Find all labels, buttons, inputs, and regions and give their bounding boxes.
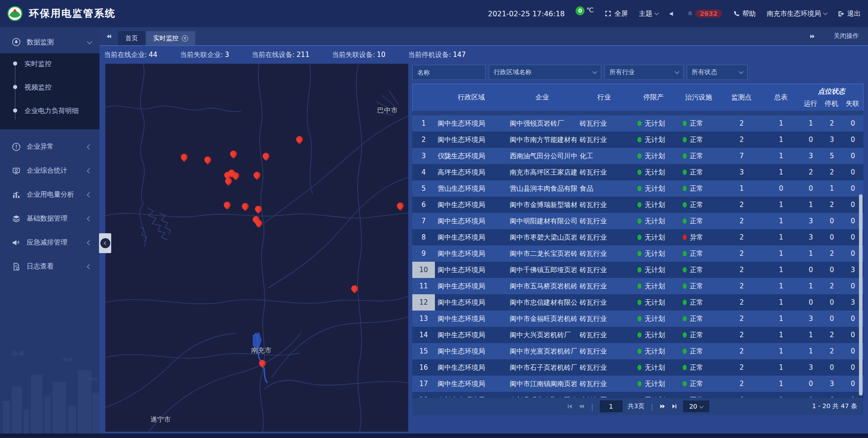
sidebar-item-basic-data[interactable]: 基础数据管理 <box>0 207 99 231</box>
table-row[interactable]: 2 阆中生态环境局 阆中市南方节能建材有 砖瓦行业 无计划 正常 2 1 0 3… <box>412 132 863 148</box>
table-row[interactable]: 3 仪陇生态环境局 西南油气田分公司川中 化工 无计划 正常 7 1 3 5 0 <box>412 148 863 164</box>
tab-home[interactable]: 首页 <box>118 31 145 45</box>
table-scrollbar[interactable] <box>859 194 863 396</box>
sidebar-item-electricity-analysis[interactable]: 企业用电量分析 <box>0 183 99 207</box>
sidebar-submenu-label: 视频监控 <box>24 83 52 92</box>
cell-meter: 1 <box>762 132 800 148</box>
chevron-down-icon <box>823 10 828 15</box>
row-index: 16 <box>412 359 435 376</box>
chevron-down-icon <box>675 69 679 74</box>
cell-facility: 正常 <box>690 347 703 356</box>
page-number-input[interactable] <box>600 400 623 412</box>
cell-facility: 正常 <box>690 266 703 274</box>
tabs-scroll-left-button[interactable] <box>99 27 118 45</box>
cell-run: 0 <box>800 180 821 197</box>
table-row[interactable]: 16 阆中生态环境局 阆中市石子页岩机砖厂 砖瓦行业 无计划 正常 2 1 3 … <box>412 359 863 376</box>
cell-monitor: 7 <box>722 148 762 164</box>
name-filter-input[interactable] <box>412 65 486 80</box>
sidebar-item-enterprise-abnormal[interactable]: 企业异常 <box>0 135 99 159</box>
logout-button[interactable]: 退出 <box>838 9 861 18</box>
org-dropdown[interactable]: 南充市生态环境局 <box>767 9 827 18</box>
sidebar-item-emergency-reduction[interactable]: 应急减排管理 <box>0 231 99 254</box>
close-operations-button[interactable]: 关闭操作 <box>834 32 859 40</box>
table-row[interactable]: 1 阆中生态环境局 阆中强锐页岩砖厂 砖瓦行业 无计划 正常 2 1 1 2 0 <box>412 115 863 132</box>
table-row[interactable]: 7 阆中生态环境局 阆中明阳建材有限公司 砖瓦行业 无计划 正常 2 1 3 0… <box>412 213 863 229</box>
cell-plan: 无计划 <box>645 266 665 274</box>
tabs-scroll-right-button[interactable] <box>803 27 822 45</box>
city-label: 南充市 <box>251 346 272 355</box>
last-page-button[interactable] <box>671 403 678 410</box>
first-page-button[interactable] <box>566 403 573 410</box>
cell-company: 阆中强锐页岩砖厂 <box>507 115 577 132</box>
cell-run: 3 <box>800 213 821 229</box>
map-panel-collapse-button[interactable] <box>99 233 111 253</box>
sidebar-item-log-view[interactable]: 日志查看 <box>0 254 99 278</box>
filter-bar: 行政区域名称 所有行业 所有状态 <box>412 65 748 80</box>
column-header-run: 运行 <box>800 99 821 108</box>
table-row[interactable]: 8 阆中生态环境局 阆中市枣碧大梁山页岩 砖瓦行业 无计划 异常 2 1 3 0… <box>412 229 863 245</box>
cell-industry: 砖瓦行业 <box>577 278 631 294</box>
facility-status-dot <box>683 202 687 207</box>
chevron-left-icon <box>87 240 92 245</box>
mute-button[interactable] <box>669 10 676 17</box>
megaphone-icon <box>12 238 21 247</box>
tab-close-icon[interactable]: × <box>182 35 188 42</box>
table-row[interactable]: 6 阆中生态环境局 阆中市金博瑞新型墙材 砖瓦行业 无计划 正常 2 1 1 2… <box>412 197 863 213</box>
cell-company: 营山县润丰肉食品有限 <box>507 180 577 197</box>
cell-industry: 砖瓦行业 <box>577 343 631 359</box>
cell-lost: 0 <box>842 115 863 132</box>
row-index: 4 <box>412 164 435 180</box>
sidebar-submenu-item[interactable]: 实时监控 <box>0 56 99 80</box>
table-row[interactable]: 15 阆中生态环境局 阆中市光富页岩机砖厂 砖瓦行业 无计划 正常 2 1 1 … <box>412 343 863 359</box>
next-page-button[interactable] <box>660 403 666 410</box>
theme-dropdown[interactable]: 主题 <box>639 9 658 18</box>
sidebar-submenu-item[interactable]: 视频监控 <box>0 80 99 103</box>
table-row[interactable]: 12 阆中生态环境局 阆中市忠信建材有限公 砖瓦行业 无计划 正常 2 1 0 … <box>412 294 863 311</box>
table-row[interactable]: 17 阆中生态环境局 阆中市江南镇阆南页岩 砖瓦行业 无计划 正常 2 1 0 … <box>412 376 863 392</box>
table-row[interactable]: 4 高坪生态环境局 南充市高坪区王家店建 砖瓦行业 无计划 正常 3 1 2 2… <box>412 164 863 180</box>
industry-filter-select[interactable]: 所有行业 <box>604 65 684 80</box>
table-row[interactable]: 9 阆中生态环境局 阆中市二龙长宝页岩砖 砖瓦行业 无计划 正常 2 1 1 2… <box>412 245 863 262</box>
cell-industry: 砖瓦行业 <box>577 229 631 245</box>
notifications-button[interactable]: 2632 <box>687 9 722 18</box>
region-filter-select[interactable]: 行政区域名称 <box>489 65 601 80</box>
cell-stop: 0 <box>821 311 843 327</box>
cell-monitor: 2 <box>722 359 762 376</box>
cell-run: 1 <box>800 245 821 262</box>
prev-page-button[interactable] <box>578 403 585 410</box>
double-left-arrow-icon <box>106 33 112 39</box>
cell-meter: 1 <box>762 148 800 164</box>
plan-status-dot <box>637 153 642 159</box>
notification-count-badge: 2632 <box>695 9 722 18</box>
fullscreen-button[interactable]: 全屏 <box>604 9 628 18</box>
cell-region: 阆中生态环境局 <box>435 197 507 213</box>
cell-meter: 1 <box>762 376 800 392</box>
sidebar-item-enterprise-statistics[interactable]: 企业综合统计 <box>0 159 99 183</box>
cell-meter: 1 <box>762 294 800 311</box>
table-row[interactable]: 10 阆中生态环境局 阆中千佛镇五郎垭页岩 砖瓦行业 无计划 正常 2 1 0 … <box>412 262 863 278</box>
tab-bar: 首页 实时监控 × 关闭操作 <box>99 27 868 46</box>
facility-status-dot <box>683 316 687 321</box>
last-page-icon <box>671 403 678 410</box>
sidebar-item-data-monitoring[interactable]: 数据监测 <box>0 31 99 53</box>
table-row[interactable]: 13 阆中生态环境局 阆中市金福旺页岩机砖 砖瓦行业 无计划 正常 2 1 3 … <box>412 311 863 327</box>
facility-status-dot <box>683 283 687 289</box>
help-button[interactable]: 帮助 <box>733 9 756 18</box>
chevron-down-icon <box>655 10 659 15</box>
table-row[interactable]: 18 南部生态环境局 南部县砚华土陶有限公 建材加工 无计划 正常 6 0 0 … <box>412 392 863 397</box>
bell-icon <box>687 10 693 17</box>
cell-company: 阆中市光富页岩机砖厂 <box>507 343 577 359</box>
row-index: 9 <box>412 245 435 262</box>
status-filter-select[interactable]: 所有状态 <box>687 65 748 80</box>
cell-company: 阆中市江南镇阆南页岩 <box>507 376 577 392</box>
sidebar-submenu-item[interactable]: 企业电力负荷明细 <box>0 103 99 127</box>
page-size-select[interactable]: 20 <box>683 400 709 412</box>
table-row[interactable]: 14 阆中生态环境局 阆中大兴页岩机砖厂 砖瓦行业 无计划 正常 2 1 1 2… <box>412 327 863 343</box>
map-panel[interactable]: 巴中市南充市遂宁市 <box>105 64 408 432</box>
table-row[interactable]: 11 阆中生态环境局 阆中市五马桥页岩机砖 砖瓦行业 无计划 正常 2 1 1 … <box>412 278 863 294</box>
city-skyline-decoration <box>0 343 99 433</box>
cell-region: 阆中生态环境局 <box>435 262 507 278</box>
tab-realtime-monitoring[interactable]: 实时监控 × <box>146 31 195 45</box>
table-row[interactable]: 5 营山生态环境局 营山县润丰肉食品有限 食品 无计划 正常 1 0 0 1 0 <box>412 180 863 197</box>
cell-facility: 正常 <box>690 250 703 258</box>
